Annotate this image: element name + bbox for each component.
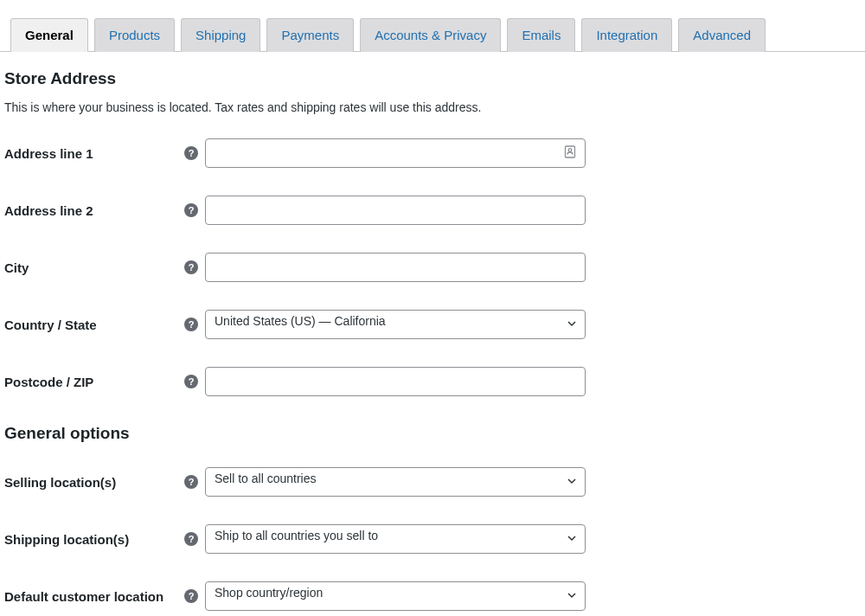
label-text-selling-locations: Selling location(s) [4, 475, 116, 490]
select-wrapper-country-state: United States (US) — California [205, 310, 586, 339]
select-selling-locations[interactable]: Sell to all countries [205, 467, 586, 497]
label-shipping-locations: Shipping location(s) ? [4, 532, 205, 547]
select-shipping-locations[interactable]: Ship to all countries you sell to [205, 524, 586, 554]
row-country-state: Country / State ? United States (US) — C… [4, 310, 861, 339]
help-icon[interactable]: ? [184, 532, 198, 546]
help-icon[interactable]: ? [184, 203, 198, 217]
tab-products[interactable]: Products [94, 18, 175, 52]
row-default-customer-location: Default customer location ? Shop country… [4, 581, 861, 611]
help-icon[interactable]: ? [184, 375, 198, 388]
general-options-title: General options [4, 424, 861, 443]
row-address-line-2: Address line 2 ? [4, 196, 861, 225]
help-icon[interactable]: ? [184, 589, 198, 603]
tab-shipping[interactable]: Shipping [181, 18, 260, 52]
label-text-city: City [4, 260, 29, 275]
store-address-title: Store Address [4, 69, 861, 88]
label-text-shipping-locations: Shipping location(s) [4, 532, 129, 547]
store-address-description: This is where your business is located. … [4, 100, 861, 114]
tab-payments[interactable]: Payments [266, 18, 354, 52]
label-text-default-customer-location: Default customer location [4, 589, 163, 604]
row-selling-locations: Selling location(s) ? Sell to all countr… [4, 467, 861, 497]
select-wrapper-shipping: Ship to all countries you sell to [205, 524, 586, 554]
input-postcode[interactable] [205, 367, 586, 396]
select-wrapper-default-location: Shop country/region [205, 581, 586, 611]
select-wrapper-selling: Sell to all countries [205, 467, 586, 497]
input-address-line-1[interactable] [205, 138, 586, 168]
row-shipping-locations: Shipping location(s) ? Ship to all count… [4, 524, 861, 554]
row-postcode: Postcode / ZIP ? [4, 367, 861, 396]
label-postcode: Postcode / ZIP ? [4, 375, 205, 389]
label-default-customer-location: Default customer location ? [4, 589, 205, 604]
tab-accounts-privacy[interactable]: Accounts & Privacy [360, 18, 501, 52]
label-country-state: Country / State ? [4, 318, 205, 332]
help-icon[interactable]: ? [184, 318, 198, 331]
help-icon[interactable]: ? [184, 475, 198, 489]
input-wrapper-address1 [205, 138, 586, 168]
label-text-postcode: Postcode / ZIP [4, 375, 93, 389]
row-city: City ? [4, 253, 861, 282]
input-city[interactable] [205, 253, 586, 282]
settings-content: Store Address This is where your busines… [0, 52, 865, 616]
label-address-line-1: Address line 1 ? [4, 146, 205, 161]
tab-general[interactable]: General [10, 18, 88, 52]
label-text-country-state: Country / State [4, 318, 97, 332]
input-address-line-2[interactable] [205, 196, 586, 225]
tab-emails[interactable]: Emails [507, 18, 575, 52]
help-icon[interactable]: ? [184, 260, 198, 274]
tab-integration[interactable]: Integration [581, 18, 672, 52]
tab-advanced[interactable]: Advanced [678, 18, 766, 52]
label-text-address-line-1: Address line 1 [4, 146, 93, 161]
select-default-customer-location[interactable]: Shop country/region [205, 581, 586, 611]
help-icon[interactable]: ? [184, 146, 198, 160]
label-city: City ? [4, 260, 205, 275]
label-text-address-line-2: Address line 2 [4, 203, 93, 218]
row-address-line-1: Address line 1 ? [4, 138, 861, 168]
select-country-state[interactable]: United States (US) — California [205, 310, 586, 339]
label-selling-locations: Selling location(s) ? [4, 475, 205, 490]
label-address-line-2: Address line 2 ? [4, 203, 205, 218]
settings-tabs: General Products Shipping Payments Accou… [0, 0, 865, 52]
